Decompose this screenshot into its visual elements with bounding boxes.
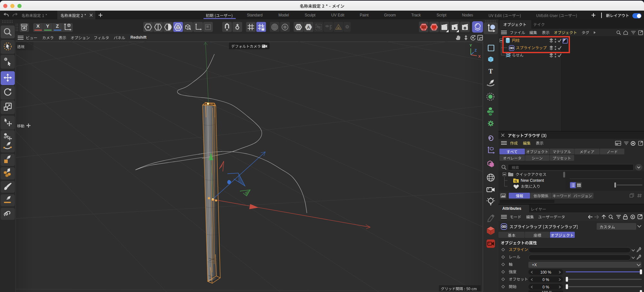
svg-text:A: A [307,25,310,30]
svg-text:Y: Y [469,44,472,47]
svg-text:T: T [488,68,493,75]
svg-text:X: X [478,54,481,58]
svg-text:Z: Z [475,48,477,52]
svg-text:RV: RV [422,26,425,29]
